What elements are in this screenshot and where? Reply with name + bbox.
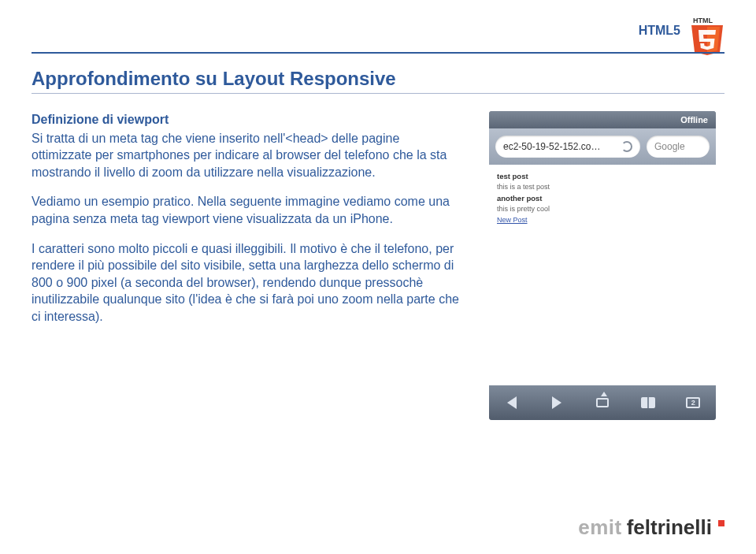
paragraph-2: Vediamo un esempio pratico. Nella seguen…	[32, 193, 461, 227]
url-field[interactable]: ec2-50-19-52-152.co…	[495, 136, 640, 158]
post-2-title: another post	[497, 193, 708, 204]
brand-right: feltrinelli	[627, 515, 712, 540]
new-post-link[interactable]: New Post	[497, 215, 708, 226]
bookmarks-icon[interactable]	[632, 397, 664, 408]
section-divider	[32, 93, 724, 94]
header-bar: HTML5 HTML	[32, 14, 724, 54]
paragraph-1: Si tratta di un meta tag che viene inser…	[32, 130, 461, 181]
section-title: Approfondimento su Layout Responsive	[32, 68, 724, 90]
phone-status-bar: Offline	[489, 111, 716, 128]
logo-top-text: HTML	[693, 17, 713, 24]
forward-icon[interactable]	[541, 396, 573, 409]
header-label: HTML5	[639, 24, 680, 38]
post-2-body: this is pretty cool	[497, 204, 708, 215]
share-icon[interactable]	[587, 398, 618, 407]
paragraph-3: I caratteri sono molto piccoli e quasi i…	[32, 240, 461, 325]
pages-icon[interactable]: 2	[677, 397, 709, 408]
body-text-column: Definizione di viewport Si tratta di un …	[32, 111, 461, 420]
phone-page-content: test post this is a test post another po…	[489, 165, 716, 385]
search-field[interactable]: Google	[647, 136, 710, 158]
post-1-title: test post	[497, 171, 708, 182]
status-text: Offline	[680, 115, 708, 125]
reload-icon[interactable]	[621, 141, 632, 152]
back-icon[interactable]	[496, 396, 528, 409]
phone-screenshot: Offline ec2-50-19-52-152.co… Google test…	[484, 111, 721, 420]
url-text: ec2-50-19-52-152.co…	[503, 141, 600, 152]
search-placeholder: Google	[654, 141, 685, 152]
post-1-body: this is a test post	[497, 182, 708, 193]
brand-square-icon	[718, 520, 724, 526]
phone-address-bar: ec2-50-19-52-152.co… Google	[489, 128, 716, 165]
brand-left: emit	[578, 515, 621, 540]
footer-brand: emitfeltrinelli	[578, 515, 724, 540]
subheading: Definizione di viewport	[32, 111, 461, 128]
phone-toolbar: 2	[489, 385, 716, 420]
